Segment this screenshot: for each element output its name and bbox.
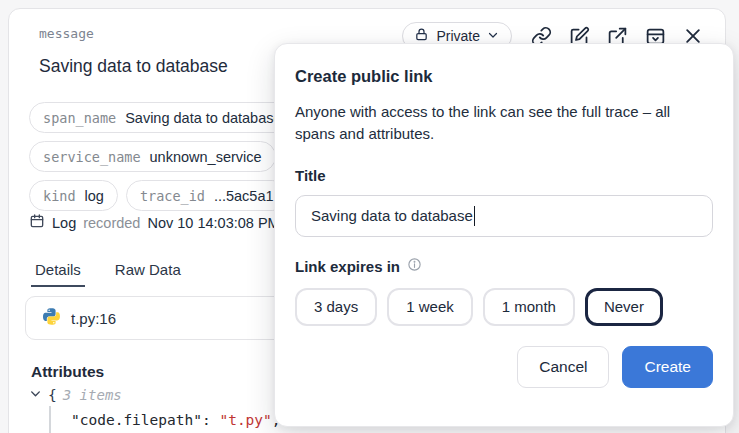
chip-value: Saving data to database (125, 110, 281, 126)
source-location-label: t.py:16 (71, 310, 116, 327)
chip-key: trace_id (140, 188, 205, 204)
chip-key: service_name (43, 149, 141, 165)
json-indent-guide (49, 406, 51, 433)
chevron-down-icon (487, 28, 499, 44)
popover-title: Create public link (295, 67, 713, 86)
create-public-link-popover: Create public link Anyone with access to… (274, 43, 734, 427)
json-open-brace: { (48, 387, 57, 403)
popover-description: Anyone with access to the link can see t… (295, 101, 713, 145)
text-cursor (474, 206, 476, 226)
info-icon[interactable] (407, 257, 422, 276)
expire-option-1-month[interactable]: 1 month (483, 288, 575, 326)
cancel-button[interactable]: Cancel (517, 346, 609, 388)
json-entry-row: "code.filepath": "t.py", (71, 412, 281, 428)
expire-option-1-week[interactable]: 1 week (387, 288, 473, 326)
chip-value: log (85, 188, 104, 204)
expire-option-never[interactable]: Never (585, 288, 663, 326)
recorded-timestamp-row: Log recorded Nov 10 14:03:08 PM (29, 213, 280, 232)
json-separator: : (202, 412, 219, 428)
python-icon (43, 308, 60, 329)
log-detail-screen: message Private (0, 0, 739, 433)
chip-key: kind (43, 188, 76, 204)
calendar-icon (29, 213, 45, 232)
tab-details[interactable]: Details (31, 261, 85, 287)
title-input-value: Saving data to database (311, 207, 473, 224)
json-items-count: 3 items (63, 387, 122, 403)
recorded-verb: recorded (83, 215, 140, 231)
title-field-label: Title (295, 167, 713, 184)
chip-key: span_name (43, 110, 116, 126)
message-eyebrow: message (39, 26, 94, 41)
chip-value: unknown_service (150, 149, 262, 165)
recorded-timestamp: Nov 10 14:03:08 PM (147, 215, 279, 231)
chip-service-name[interactable]: service_name unknown_service (29, 141, 276, 172)
expire-options: 3 days 1 week 1 month Never (295, 288, 713, 326)
popover-footer: Cancel Create (295, 346, 713, 388)
create-button[interactable]: Create (622, 346, 713, 388)
chip-kind[interactable]: kind log (29, 180, 118, 211)
detail-tabs: Details Raw Data (31, 261, 185, 287)
expires-label-row: Link expires in (295, 257, 713, 276)
chip-span-name[interactable]: span_name Saving data to database (29, 102, 296, 133)
json-value: "t.py" (219, 412, 271, 428)
json-key: "code.filepath" (71, 412, 202, 428)
tab-raw-data[interactable]: Raw Data (111, 261, 185, 287)
privacy-label: Private (436, 28, 480, 44)
chip-value: ...5ac5a1 (214, 188, 274, 204)
json-root-row[interactable]: { 3 items (29, 387, 122, 403)
chevron-down-icon[interactable] (29, 387, 42, 403)
chip-trace-id[interactable]: trace_id ...5ac5a1 (126, 180, 288, 211)
attribute-chips: span_name Saving data to database servic… (29, 102, 296, 211)
expire-option-3-days[interactable]: 3 days (295, 288, 377, 326)
recorded-kind: Log (52, 215, 76, 231)
expires-label: Link expires in (295, 258, 400, 275)
page-title: Saving data to database (39, 56, 228, 77)
attributes-heading: Attributes (31, 363, 104, 381)
title-input[interactable]: Saving data to database (295, 195, 713, 237)
